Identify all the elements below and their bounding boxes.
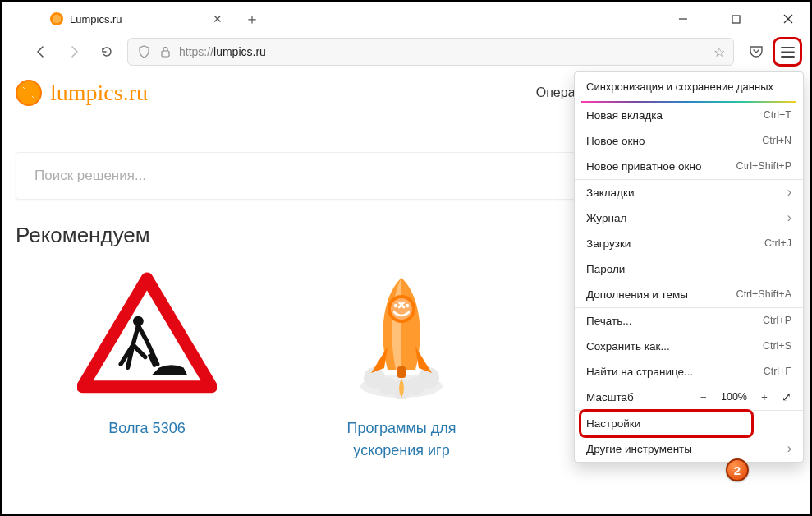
chevron-right-icon: ›	[787, 441, 791, 456]
reload-button[interactable]	[98, 43, 116, 61]
hamburger-menu-panel: Синхронизация и сохранение данных Новая …	[574, 71, 804, 463]
menu-label: Настройки	[586, 417, 640, 430]
window-controls	[667, 2, 805, 35]
zoom-out-button[interactable]: −	[696, 391, 711, 403]
menu-label: Журнал	[586, 212, 626, 224]
menu-new-tab[interactable]: Новая вкладкаCtrl+T	[575, 103, 803, 128]
menu-label: Дополнения и темы	[586, 288, 688, 301]
chevron-right-icon: ›	[787, 185, 791, 200]
svg-rect-1	[732, 16, 740, 23]
shortcut: Ctrl+J	[764, 237, 791, 249]
rocket-icon	[332, 265, 471, 404]
menu-bookmarks[interactable]: Закладки›	[575, 180, 803, 205]
card-gamespeed[interactable]: Программы для ускорения игр	[311, 265, 492, 462]
orange-icon	[16, 80, 42, 106]
site-logo-text: lumpics.ru	[50, 80, 148, 106]
menu-find[interactable]: Найти на странице...Ctrl+F	[575, 359, 803, 385]
shortcut: Ctrl+N	[762, 135, 791, 146]
menu-downloads[interactable]: ЗагрузкиCtrl+J	[575, 231, 803, 256]
browser-tab[interactable]: Lumpics.ru ✕	[42, 5, 232, 33]
menu-label: Другие инструменты	[586, 443, 692, 455]
card-title: Волга 5306	[108, 417, 185, 440]
menu-label: Масштаб	[586, 391, 634, 403]
shortcut: Ctrl+T	[764, 109, 791, 121]
tab-close-icon[interactable]: ✕	[211, 12, 224, 25]
shield-icon	[136, 44, 151, 59]
pocket-icon[interactable]	[745, 41, 767, 62]
zoom-in-button[interactable]: +	[757, 391, 772, 403]
shortcut: Ctrl+S	[763, 340, 791, 352]
window-maximize-button[interactable]	[719, 2, 752, 35]
favicon-icon	[50, 12, 63, 25]
shortcut: Ctrl+F	[764, 366, 791, 377]
menu-label: Новое приватное окно	[586, 160, 701, 173]
shortcut: Ctrl+P	[763, 315, 791, 326]
new-tab-button[interactable]: ＋	[241, 7, 264, 30]
address-bar[interactable]: https://lumpics.ru ☆	[127, 38, 734, 66]
nav-buttons	[12, 43, 119, 61]
svg-point-19	[394, 304, 397, 307]
menu-label: Закладки	[586, 187, 634, 199]
svg-point-20	[406, 304, 409, 307]
menu-zoom: Масштаб − 100% + ⤢	[575, 385, 803, 410]
menu-label: Загрузки	[586, 237, 631, 250]
window-minimize-button[interactable]	[667, 2, 700, 35]
menu-label: Печать...	[586, 315, 631, 327]
window-close-button[interactable]	[772, 2, 805, 35]
svg-marker-8	[82, 279, 211, 387]
menu-history[interactable]: Журнал›	[575, 205, 803, 231]
menu-sync[interactable]: Синхронизация и сохранение данных	[575, 72, 803, 101]
toolbar: https://lumpics.ru ☆	[2, 35, 810, 68]
svg-rect-4	[162, 51, 169, 57]
forward-button[interactable]	[65, 43, 83, 61]
shortcut: Ctrl+Shift+A	[736, 288, 791, 300]
lock-icon	[158, 44, 172, 59]
menu-settings[interactable]: Настройки	[575, 411, 803, 436]
menu-label: Найти на странице...	[586, 366, 693, 378]
roadworks-icon	[77, 265, 217, 404]
fullscreen-icon[interactable]: ⤢	[782, 390, 791, 403]
chevron-right-icon: ›	[787, 210, 791, 225]
zoom-value: 100%	[721, 391, 747, 403]
menu-save-as[interactable]: Сохранить как...Ctrl+S	[575, 334, 803, 359]
menu-print[interactable]: Печать...Ctrl+P	[575, 308, 803, 334]
tab-title: Lumpics.ru	[70, 13, 122, 25]
menu-label: Пароли	[586, 263, 625, 275]
bookmark-star-icon[interactable]: ☆	[713, 44, 725, 60]
back-button[interactable]	[32, 43, 50, 61]
menu-addons[interactable]: Дополнения и темыCtrl+Shift+A	[575, 282, 803, 307]
search-placeholder: Поиск решения...	[34, 168, 146, 184]
tab-bar: Lumpics.ru ✕ ＋	[2, 2, 810, 35]
browser-window: Lumpics.ru ✕ ＋ https://lumpics.ru	[0, 0, 812, 516]
menu-label: Новое окно	[586, 135, 645, 147]
menu-new-private[interactable]: Новое приватное окноCtrl+Shift+P	[575, 154, 803, 179]
card-title: Программы для ускорения игр	[311, 417, 492, 462]
shortcut: Ctrl+Shift+P	[736, 160, 791, 172]
menu-passwords[interactable]: Пароли	[575, 256, 803, 282]
site-logo[interactable]: lumpics.ru	[16, 80, 148, 106]
menu-label: Сохранить как...	[586, 340, 670, 352]
menu-label: Новая вкладка	[586, 109, 663, 122]
svg-rect-23	[397, 366, 406, 378]
url-text: https://lumpics.ru	[179, 45, 707, 58]
card-volga[interactable]: Волга 5306	[57, 265, 237, 462]
menu-new-window[interactable]: Новое окноCtrl+N	[575, 128, 803, 154]
hamburger-menu-button[interactable]	[775, 39, 800, 64]
menu-other-tools[interactable]: Другие инструменты›	[575, 436, 803, 462]
